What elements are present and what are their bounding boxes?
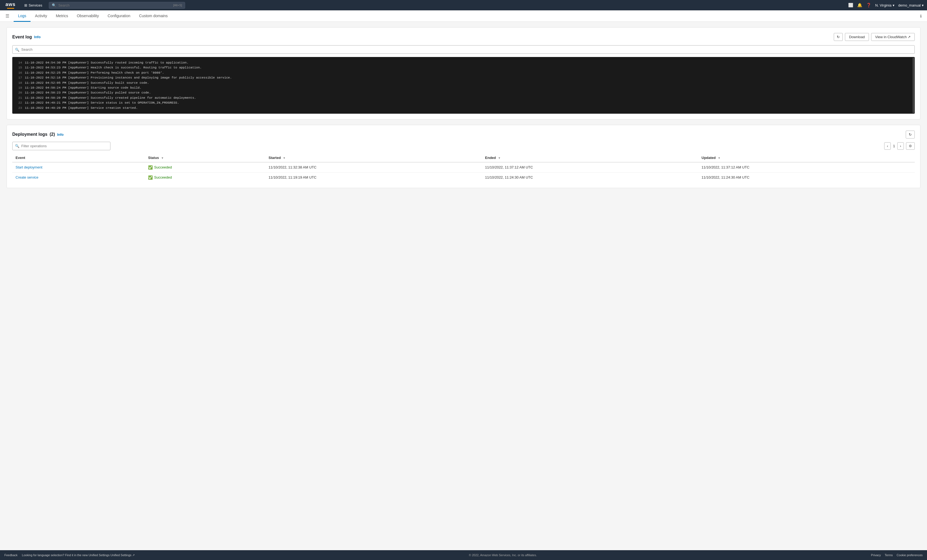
col-ended: Ended ▼ [482,153,698,162]
log-line: 2211-10-2022 04:49:21 PM [AppRunner] Ser… [17,100,910,105]
log-line-text: 11-10-2022 04:50:23 PM [AppRunner] Succe… [25,90,151,95]
next-page-button[interactable]: › [897,142,904,150]
privacy-link[interactable]: Privacy [871,554,881,557]
current-page: 1 [893,144,895,148]
cookie-link[interactable]: Cookie preferences [897,554,922,557]
services-button[interactable]: ⊞ Services [22,2,44,8]
terms-link[interactable]: Terms [885,554,893,557]
success-icon: ✅ [148,165,153,170]
chevron-down-icon: ▾ [893,3,895,8]
event-log-search-input[interactable] [12,45,915,54]
log-line-number: 15 [17,65,22,70]
cell-updated: 11/10/2022, 11:24:30 AM UTC [698,172,915,182]
log-line-text: 11-10-2022 04:49:21 PM [AppRunner] Servi… [25,100,179,105]
cell-ended: 11/10/2022, 11:37:12 AM UTC [482,162,698,173]
log-line-text: 11-10-2022 04:52:16 PM [AppRunner] Provi… [25,75,232,80]
info-button[interactable]: ℹ [920,14,922,18]
footer: Feedback Looking for language selection?… [0,550,927,560]
col-event: Event [12,153,145,162]
refresh-button[interactable]: ↻ [834,33,843,41]
grid-icon: ⊞ [24,3,27,8]
log-line-text: 11-10-2022 04:52:25 PM [AppRunner] Perfo… [25,70,164,75]
log-line-number: 14 [17,60,22,65]
aws-logo[interactable]: aws [3,0,18,10]
log-line: 2311-10-2022 04:49:20 PM [AppRunner] Ser… [17,106,910,111]
cell-status: ✅ Succeeded [145,162,265,173]
search-input[interactable] [58,3,171,8]
tab-metrics[interactable]: Metrics [52,11,73,22]
search-hint: [Alt+S] [173,3,182,7]
status-text: Succeeded [154,175,172,179]
event-log-card: Event log Info ↻ Download View in CloudW… [6,27,921,120]
log-line-number: 18 [17,80,22,85]
log-line: 1611-10-2022 04:52:25 PM [AppRunner] Per… [17,70,910,75]
table-settings-button[interactable]: ⚙ [906,142,915,150]
terminal-icon[interactable]: ⬜ [848,3,853,8]
log-line-number: 22 [17,100,22,105]
event-log-info-link[interactable]: Info [34,35,41,39]
tab-configuration[interactable]: Configuration [103,11,135,22]
chevron-down-icon: ▾ [922,3,924,8]
deployment-logs-info-link[interactable]: Info [57,132,64,137]
language-note: Looking for language selection? Find it … [22,554,135,557]
filter-icon: 🔍 [15,144,19,148]
cell-started: 11/10/2022, 11:19:19 AM UTC [265,172,482,182]
deployment-refresh-button[interactable]: ↻ [906,131,915,138]
event-link[interactable]: Create service [15,175,38,179]
log-line-text: 11-10-2022 04:50:20 PM [AppRunner] Succe… [25,96,196,100]
copyright: © 2022, Amazon Web Services, Inc. or its… [469,554,537,557]
success-icon: ✅ [148,175,153,180]
deployment-logs-card: Deployment logs (2) Info ↻ 🔍 ‹ 1 › ⚙ [6,125,921,188]
col-started: Started ▼ [265,153,482,162]
tab-observability[interactable]: Observability [73,11,103,22]
user-menu[interactable]: demo_manual ▾ [898,3,924,8]
view-cloudwatch-button[interactable]: View in CloudWatch ↗ [871,33,915,41]
event-log-title: Event log [12,35,32,39]
log-line-text: 11-10-2022 04:49:20 PM [AppRunner] Servi… [25,106,138,111]
filter-input-wrapper: 🔍 [12,142,111,150]
region-selector[interactable]: N. Virginia ▾ [875,3,895,8]
log-line: 1911-10-2022 04:50:24 PM [AppRunner] Sta… [17,85,910,90]
filter-input[interactable] [12,142,111,150]
log-line-text: 11-10-2022 04:50:24 PM [AppRunner] Start… [25,85,141,90]
download-button[interactable]: Download [845,33,869,41]
col-updated: Updated ▼ [698,153,915,162]
log-line-text: 11-10-2022 04:53:23 PM [AppRunner] Healt… [25,65,202,70]
unified-settings-link[interactable]: Unified Settings ↗ [111,554,135,557]
cell-ended: 11/10/2022, 11:24:30 AM UTC [482,172,698,182]
deployment-table: Event Status ▼ Started ▼ Ended ▼ Updated… [12,153,915,182]
cell-status: ✅ Succeeded [145,172,265,182]
log-line-number: 19 [17,85,22,90]
log-line-number: 20 [17,90,22,95]
deployment-logs-count: (2) [50,132,55,137]
cell-event: Start deployment [12,162,145,173]
search-bar[interactable]: 🔍 [Alt+S] [49,2,185,9]
log-terminal: 1411-10-2022 04:54:30 PM [AppRunner] Suc… [12,57,915,114]
log-line-number: 21 [17,96,22,100]
table-row: Start deployment ✅ Succeeded 11/10/2022,… [12,162,915,173]
deployment-logs-title: Deployment logs [12,132,47,137]
search-icon: 🔍 [15,47,19,52]
prev-page-button[interactable]: ‹ [884,142,891,150]
tab-activity[interactable]: Activity [30,11,51,22]
feedback-button[interactable]: Feedback [5,554,17,557]
table-row: Create service ✅ Succeeded 11/10/2022, 1… [12,172,915,182]
event-link[interactable]: Start deployment [15,165,42,169]
log-line: 2111-10-2022 04:50:20 PM [AppRunner] Suc… [17,96,910,100]
cell-event: Create service [12,172,145,182]
tab-logs[interactable]: Logs [14,11,30,22]
hamburger-menu[interactable]: ☰ [5,14,9,18]
log-line-number: 23 [17,106,22,111]
search-icon: 🔍 [52,3,56,8]
bell-icon[interactable]: 🔔 [857,3,862,8]
tab-custom-domains[interactable]: Custom domains [135,11,172,22]
log-line-number: 17 [17,75,22,80]
log-line: 2011-10-2022 04:50:23 PM [AppRunner] Suc… [17,90,910,95]
log-line: 1411-10-2022 04:54:30 PM [AppRunner] Suc… [17,60,910,65]
event-log-search-wrapper: 🔍 [12,45,915,54]
col-status: Status ▼ [145,153,265,162]
help-icon[interactable]: ❓ [866,3,871,8]
log-line-text: 11-10-2022 04:52:05 PM [AppRunner] Succe… [25,80,149,85]
main-content: Event log Info ↻ Download View in CloudW… [0,22,927,550]
tab-bar: ☰ Logs Activity Metrics Observability Co… [0,11,927,22]
